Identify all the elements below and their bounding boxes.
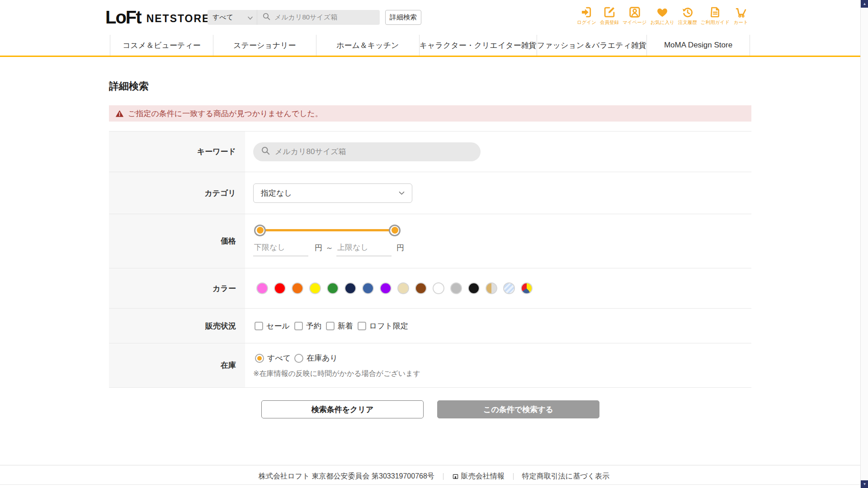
- footer-inner: 株式会社ロフト 東京都公安委員会 第303319700768号 販売会社情報特定…: [0, 472, 868, 481]
- stock-option-all[interactable]: すべて: [255, 353, 291, 363]
- nav-item-moma[interactable]: MoMA Design Store: [646, 35, 750, 56]
- checkbox-label-new: 新着: [338, 321, 353, 331]
- favorite-icon: [656, 6, 669, 19]
- color-swatch-yellow[interactable]: [309, 282, 321, 294]
- quicklink-cart[interactable]: カート: [731, 6, 750, 26]
- keyword-input[interactable]: メルカリ80サイズ箱: [253, 142, 481, 161]
- clear-conditions-button[interactable]: 検索条件をクリア: [261, 400, 424, 418]
- loft-netstore-logo[interactable]: LoFt NETSTORE: [105, 0, 210, 35]
- nav-accent-rule: [0, 56, 868, 57]
- price-slider-min-handle[interactable]: [254, 225, 266, 236]
- quicklink-login[interactable]: ログイン: [575, 6, 598, 26]
- price-label: 価格: [109, 214, 245, 268]
- quicklink-label: 会員登録: [600, 19, 619, 26]
- history-icon: [681, 6, 694, 19]
- cart-icon: [735, 6, 747, 19]
- price-unit-max: 円: [396, 243, 404, 256]
- sales-status-row: 販売状況 セール予約新着ロフト限定: [109, 309, 751, 343]
- stock-label: 在庫: [109, 343, 245, 387]
- keyword-value: メルカリ80サイズ箱: [275, 146, 346, 157]
- nav-item-character-goods[interactable]: キャラクター・クリエイター雑貨: [419, 35, 537, 56]
- search-icon: [261, 146, 270, 157]
- stock-option-in-stock[interactable]: 在庫あり: [294, 353, 338, 363]
- checkbox-sale[interactable]: [255, 322, 263, 330]
- nav-item-cosme[interactable]: コスメ＆ビューティー: [110, 35, 213, 56]
- footer-link-tokushoho[interactable]: 特定商取引法に基づく表示: [522, 472, 609, 481]
- quicklink-guide[interactable]: ご利用ガイド: [699, 6, 731, 26]
- color-swatches: [256, 282, 533, 294]
- radio-in-stock[interactable]: [294, 354, 303, 363]
- price-min-input[interactable]: 下限なし: [253, 242, 308, 256]
- color-swatch-gold-silver[interactable]: [486, 282, 497, 294]
- radio-all[interactable]: [255, 354, 264, 363]
- color-swatch-purple[interactable]: [380, 282, 392, 294]
- color-swatch-gray[interactable]: [450, 282, 462, 294]
- category-selected-value: 指定なし: [261, 188, 292, 198]
- color-swatch-multicolor[interactable]: [521, 282, 533, 294]
- sales-option-reserve[interactable]: 予約: [294, 321, 321, 331]
- alert-message: ご指定の条件に一致する商品が見つかりませんでした。: [128, 108, 323, 119]
- footer-company-text: 株式会社ロフト 東京都公安委員会 第303319700768号: [259, 472, 434, 481]
- color-swatch-clear[interactable]: [503, 282, 515, 294]
- color-swatch-navy[interactable]: [344, 282, 356, 294]
- stock-row: 在庫 すべて在庫あり ※在庫情報の反映に時間がかかる場合がございます: [109, 343, 751, 388]
- quicklink-label: カート: [734, 19, 748, 26]
- price-max-input[interactable]: 上限なし: [336, 242, 392, 256]
- sales-option-loft-limited[interactable]: ロフト限定: [358, 321, 408, 331]
- header-search-input[interactable]: メルカリ80サイズ箱: [257, 10, 380, 25]
- sales-option-new[interactable]: 新着: [326, 321, 353, 331]
- price-unit-min: 円: [315, 243, 322, 256]
- quicklink-favorite[interactable]: お気に入り: [648, 6, 676, 26]
- sales-option-sale[interactable]: セール: [255, 321, 290, 331]
- footer-link-company-info[interactable]: 販売会社情報: [452, 472, 505, 481]
- color-swatch-brown[interactable]: [415, 282, 427, 294]
- color-swatch-green[interactable]: [327, 282, 339, 294]
- radio-selected-dot: [257, 356, 262, 361]
- chevron-down-icon: [399, 188, 405, 197]
- mypage-icon: [628, 6, 641, 19]
- radio-label-in-stock: 在庫あり: [307, 353, 338, 363]
- quicklink-label: ご利用ガイド: [701, 19, 730, 26]
- price-range-slider: [260, 229, 395, 231]
- quicklink-mypage[interactable]: マイページ: [621, 6, 648, 26]
- footer: 株式会社ロフト 東京都公安委員会 第303319700768号 販売会社情報特定…: [0, 465, 868, 481]
- color-swatch-black[interactable]: [468, 282, 480, 294]
- color-swatch-orange[interactable]: [292, 282, 303, 294]
- search-with-conditions-button[interactable]: この条件で検索する: [437, 400, 599, 418]
- search-category-select[interactable]: すべて: [208, 10, 257, 25]
- no-results-alert: ご指定の条件に一致する商品が見つかりませんでした。: [109, 105, 751, 122]
- footer-bottom-divider: [0, 484, 868, 485]
- logo-loft-text: LoFt: [105, 7, 141, 28]
- quicklink-register[interactable]: 会員登録: [598, 6, 621, 26]
- color-swatch-red[interactable]: [274, 282, 286, 294]
- nav-item-stationery[interactable]: ステーショナリー: [213, 35, 316, 56]
- chevron-down-icon: [248, 14, 253, 21]
- scrollbar-up-arrow-icon[interactable]: ▲: [861, 0, 868, 8]
- header-quick-links: ログイン会員登録マイページお気に入り注文履歴ご利用ガイドカート: [575, 6, 750, 26]
- checkbox-loft-limited[interactable]: [358, 322, 366, 330]
- color-swatch-beige[interactable]: [397, 282, 409, 294]
- category-label: カテゴリ: [109, 172, 245, 214]
- category-nav: コスメ＆ビューティーステーショナリーホーム＆キッチンキャラクター・クリエイター雑…: [0, 35, 868, 57]
- checkbox-new[interactable]: [326, 322, 335, 330]
- nav-item-home-kitchen[interactable]: ホーム＆キッチン: [316, 35, 419, 56]
- checkbox-reserve[interactable]: [294, 322, 303, 330]
- scrollbar-down-arrow-icon[interactable]: ▼: [861, 480, 868, 488]
- color-swatch-white[interactable]: [433, 282, 444, 294]
- warning-icon: [115, 109, 124, 118]
- color-label: カラー: [109, 268, 245, 308]
- header-search-bar: すべて メルカリ80サイズ箱 詳細検索: [208, 10, 421, 25]
- page: LoFt NETSTORE すべて メルカリ80サイズ箱 詳細検索 ログイン会員…: [0, 0, 868, 488]
- color-swatch-pink[interactable]: [256, 282, 268, 294]
- price-slider-max-handle[interactable]: [389, 225, 401, 236]
- vertical-scrollbar[interactable]: ▲ ▼: [860, 0, 868, 488]
- category-select[interactable]: 指定なし: [253, 183, 412, 203]
- nav-item-fashion-variety[interactable]: ファッション＆バラエティ雑貨: [537, 35, 646, 56]
- header-search-query: メルカリ80サイズ箱: [274, 13, 337, 22]
- color-swatch-blue[interactable]: [362, 282, 374, 294]
- category-row: カテゴリ 指定なし: [109, 172, 751, 214]
- quicklink-label: お気に入り: [650, 19, 674, 26]
- advanced-search-button[interactable]: 詳細検索: [385, 10, 421, 25]
- quicklink-history[interactable]: 注文履歴: [676, 6, 699, 26]
- radio-label-all: すべて: [267, 353, 291, 363]
